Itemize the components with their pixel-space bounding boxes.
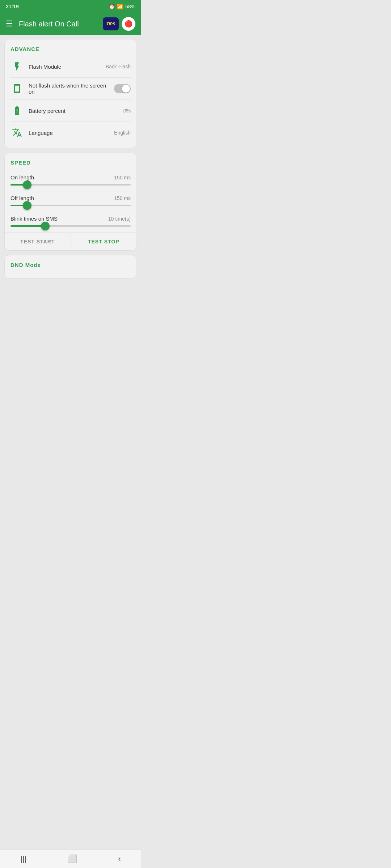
top-bar: ☰ Flash alert On Call 🔴 xyxy=(0,13,141,35)
dnd-card: DND Mode xyxy=(4,255,137,278)
battery-icon: 68% xyxy=(125,4,135,9)
phone-screen-icon xyxy=(10,82,24,95)
battery-percent-value: 0% xyxy=(123,108,131,114)
language-row[interactable]: Language English xyxy=(10,122,131,144)
language-icon xyxy=(10,126,24,139)
test-start-button[interactable]: TEST START xyxy=(5,233,71,250)
battery-percent-row[interactable]: Battery percent 0% xyxy=(10,100,131,122)
main-content: ADVANCE Flash Module Back Flash Not flas… xyxy=(0,35,141,309)
off-length-slider-row: Off length 150 ms xyxy=(5,191,136,212)
off-length-label: Off length xyxy=(10,195,34,201)
advance-card: ADVANCE Flash Module Back Flash Not flas… xyxy=(4,39,137,148)
language-value: English xyxy=(114,130,131,136)
status-time: 21:19 xyxy=(6,4,19,9)
not-flash-row[interactable]: Not flash alerts when the screen on xyxy=(10,78,131,100)
profile-icon: 🔴 xyxy=(125,20,133,28)
on-length-slider-row: On length 150 ms xyxy=(5,171,136,191)
page-title: Flash alert On Call xyxy=(19,20,97,28)
language-label: Language xyxy=(29,130,109,136)
speed-section-title: SPEED xyxy=(10,159,131,166)
off-length-track[interactable] xyxy=(10,205,131,206)
speed-card: SPEED On length 150 ms Off length 150 ms xyxy=(4,153,137,251)
top-bar-actions: 🔴 xyxy=(103,17,135,31)
off-length-thumb[interactable] xyxy=(23,201,31,210)
flash-icon xyxy=(10,60,24,73)
advance-section-title: ADVANCE xyxy=(10,46,131,52)
tips-badge[interactable] xyxy=(103,17,119,30)
off-length-value: 150 ms xyxy=(114,195,131,201)
profile-avatar[interactable]: 🔴 xyxy=(122,17,135,31)
status-bar: 21:19 ⏰ 📶 68% xyxy=(0,0,141,13)
battery-percent-label: Battery percent xyxy=(29,108,118,114)
test-buttons: TEST START TEST STOP xyxy=(5,233,136,250)
blink-sms-label: Blink times on SMS xyxy=(10,216,58,222)
on-length-value: 150 ms xyxy=(114,175,131,180)
blink-sms-slider-row: Blink times on SMS 10 time(s) xyxy=(5,212,136,233)
blink-sms-value: 10 time(s) xyxy=(108,216,131,222)
on-length-label: On length xyxy=(10,174,34,180)
battery-charging-icon xyxy=(10,104,24,117)
on-length-track[interactable] xyxy=(10,184,131,186)
not-flash-toggle[interactable] xyxy=(114,84,131,93)
alarm-icon: ⏰ xyxy=(109,4,115,9)
dnd-section-title: DND Mode xyxy=(10,262,131,268)
blink-sms-fill xyxy=(10,225,45,227)
not-flash-label: Not flash alerts when the screen on xyxy=(29,82,109,95)
speed-header: SPEED xyxy=(5,153,136,171)
flash-module-row[interactable]: Flash Module Back Flash xyxy=(10,56,131,78)
test-stop-button[interactable]: TEST STOP xyxy=(71,233,137,250)
signal-icon: 📶 xyxy=(117,4,123,9)
menu-icon[interactable]: ☰ xyxy=(6,19,13,29)
flash-module-value: Back Flash xyxy=(106,64,131,69)
blink-sms-thumb[interactable] xyxy=(41,222,50,230)
status-icons: ⏰ 📶 68% xyxy=(109,4,135,9)
on-length-thumb[interactable] xyxy=(23,180,31,189)
blink-sms-track[interactable] xyxy=(10,225,131,227)
flash-module-label: Flash Module xyxy=(29,64,101,70)
